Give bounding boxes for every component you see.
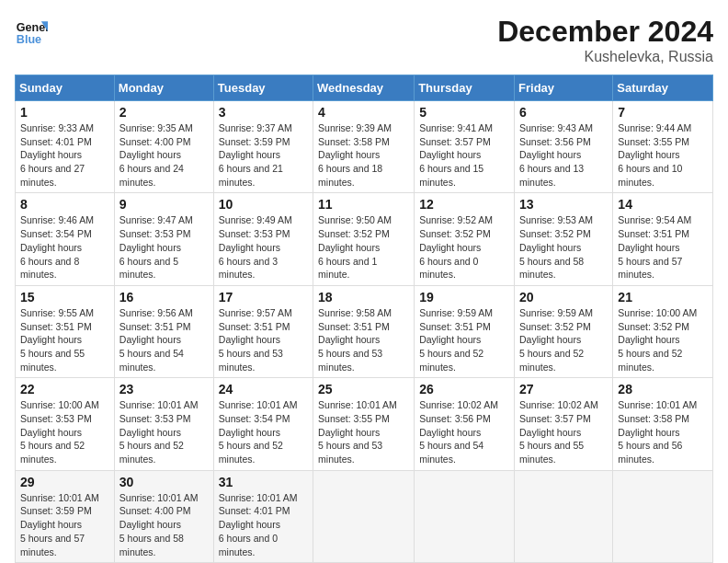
day-number: 25 <box>318 382 409 396</box>
table-row: 3 Sunrise: 9:37 AM Sunset: 3:59 PM Dayli… <box>213 101 313 193</box>
table-row <box>515 470 613 562</box>
table-row: 2 Sunrise: 9:35 AM Sunset: 4:00 PM Dayli… <box>114 101 213 193</box>
table-row: 7 Sunrise: 9:44 AM Sunset: 3:55 PM Dayli… <box>613 101 713 193</box>
day-number: 1 <box>20 105 109 120</box>
day-number: 12 <box>419 197 509 212</box>
month-year: December 2024 <box>497 15 713 49</box>
col-friday: Friday <box>515 75 613 101</box>
calendar-week-row: 15 Sunrise: 9:55 AM Sunset: 3:51 PM Dayl… <box>16 285 713 377</box>
day-number: 7 <box>618 105 708 120</box>
day-number: 29 <box>20 475 109 489</box>
table-row: 21 Sunrise: 10:00 AM Sunset: 3:52 PM Day… <box>613 285 713 377</box>
table-row: 17 Sunrise: 9:57 AM Sunset: 3:51 PM Dayl… <box>213 285 313 377</box>
day-number: 27 <box>519 382 608 396</box>
location: Kushelevka, Russia <box>497 49 713 65</box>
table-row: 9 Sunrise: 9:47 AM Sunset: 3:53 PM Dayli… <box>114 193 213 285</box>
day-number: 24 <box>219 382 308 396</box>
table-row: 27 Sunrise: 10:02 AM Sunset: 3:57 PM Day… <box>515 378 613 470</box>
day-info: Sunrise: 9:57 AM Sunset: 3:51 PM Dayligh… <box>219 306 308 373</box>
table-row: 5 Sunrise: 9:41 AM Sunset: 3:57 PM Dayli… <box>415 101 515 193</box>
day-info: Sunrise: 9:58 AM Sunset: 3:51 PM Dayligh… <box>318 306 409 373</box>
table-row: 30 Sunrise: 10:01 AM Sunset: 4:00 PM Day… <box>114 470 213 562</box>
day-info: Sunrise: 9:56 AM Sunset: 3:51 PM Dayligh… <box>119 306 209 373</box>
table-row: 6 Sunrise: 9:43 AM Sunset: 3:56 PM Dayli… <box>515 101 613 193</box>
day-info: Sunrise: 10:00 AM Sunset: 3:53 PM Daylig… <box>20 398 109 465</box>
day-number: 17 <box>219 290 308 304</box>
table-row: 18 Sunrise: 9:58 AM Sunset: 3:51 PM Dayl… <box>313 285 415 377</box>
col-wednesday: Wednesday <box>313 75 415 101</box>
day-info: Sunrise: 9:49 AM Sunset: 3:53 PM Dayligh… <box>219 213 308 281</box>
calendar-week-row: 29 Sunrise: 10:01 AM Sunset: 3:59 PM Day… <box>16 470 713 562</box>
day-info: Sunrise: 9:33 AM Sunset: 4:01 PM Dayligh… <box>20 121 109 189</box>
day-info: Sunrise: 10:01 AM Sunset: 3:58 PM Daylig… <box>618 398 708 465</box>
day-number: 9 <box>119 197 209 212</box>
day-number: 19 <box>419 290 509 304</box>
table-row: 29 Sunrise: 10:01 AM Sunset: 3:59 PM Day… <box>16 470 115 562</box>
day-info: Sunrise: 9:52 AM Sunset: 3:52 PM Dayligh… <box>419 213 509 281</box>
table-row: 23 Sunrise: 10:01 AM Sunset: 3:53 PM Day… <box>114 378 213 470</box>
col-saturday: Saturday <box>613 75 713 101</box>
table-row: 1 Sunrise: 9:33 AM Sunset: 4:01 PM Dayli… <box>16 101 115 193</box>
table-row <box>613 470 713 562</box>
day-number: 5 <box>419 105 509 120</box>
day-number: 28 <box>618 382 708 396</box>
day-info: Sunrise: 10:00 AM Sunset: 3:52 PM Daylig… <box>618 306 708 373</box>
table-row: 15 Sunrise: 9:55 AM Sunset: 3:51 PM Dayl… <box>16 285 115 377</box>
calendar-week-row: 22 Sunrise: 10:00 AM Sunset: 3:53 PM Day… <box>16 378 713 470</box>
day-info: Sunrise: 9:59 AM Sunset: 3:51 PM Dayligh… <box>419 306 509 373</box>
table-row: 11 Sunrise: 9:50 AM Sunset: 3:52 PM Dayl… <box>313 193 415 285</box>
day-number: 16 <box>119 290 209 304</box>
day-info: Sunrise: 9:59 AM Sunset: 3:52 PM Dayligh… <box>519 306 608 373</box>
col-monday: Monday <box>114 75 213 101</box>
table-row: 10 Sunrise: 9:49 AM Sunset: 3:53 PM Dayl… <box>213 193 313 285</box>
day-number: 2 <box>119 105 209 120</box>
table-row: 12 Sunrise: 9:52 AM Sunset: 3:52 PM Dayl… <box>415 193 515 285</box>
day-number: 26 <box>419 382 509 396</box>
day-info: Sunrise: 9:44 AM Sunset: 3:55 PM Dayligh… <box>618 121 708 189</box>
header: General Blue December 2024 Kushelevka, R… <box>15 15 713 65</box>
calendar-header-row: Sunday Monday Tuesday Wednesday Thursday… <box>16 75 713 101</box>
day-info: Sunrise: 10:01 AM Sunset: 3:53 PM Daylig… <box>119 398 209 465</box>
day-number: 30 <box>119 475 209 489</box>
table-row: 20 Sunrise: 9:59 AM Sunset: 3:52 PM Dayl… <box>515 285 613 377</box>
day-info: Sunrise: 10:01 AM Sunset: 4:01 PM Daylig… <box>219 491 308 558</box>
calendar-table: Sunday Monday Tuesday Wednesday Thursday… <box>15 75 713 563</box>
table-row: 26 Sunrise: 10:02 AM Sunset: 3:56 PM Day… <box>415 378 515 470</box>
table-row: 31 Sunrise: 10:01 AM Sunset: 4:01 PM Day… <box>213 470 313 562</box>
day-info: Sunrise: 9:46 AM Sunset: 3:54 PM Dayligh… <box>20 213 109 281</box>
day-info: Sunrise: 10:02 AM Sunset: 3:56 PM Daylig… <box>419 398 509 465</box>
logo: General Blue <box>15 15 48 48</box>
day-number: 20 <box>519 290 608 304</box>
day-info: Sunrise: 10:01 AM Sunset: 3:55 PM Daylig… <box>318 398 409 465</box>
day-number: 15 <box>20 290 109 304</box>
day-number: 21 <box>618 290 708 304</box>
day-info: Sunrise: 9:47 AM Sunset: 3:53 PM Dayligh… <box>119 213 209 281</box>
day-info: Sunrise: 10:01 AM Sunset: 3:59 PM Daylig… <box>20 491 109 558</box>
table-row: 28 Sunrise: 10:01 AM Sunset: 3:58 PM Day… <box>613 378 713 470</box>
table-row: 22 Sunrise: 10:00 AM Sunset: 3:53 PM Day… <box>16 378 115 470</box>
table-row: 19 Sunrise: 9:59 AM Sunset: 3:51 PM Dayl… <box>415 285 515 377</box>
day-number: 31 <box>219 475 308 489</box>
day-info: Sunrise: 9:37 AM Sunset: 3:59 PM Dayligh… <box>219 121 308 189</box>
day-number: 13 <box>519 197 608 212</box>
day-info: Sunrise: 9:54 AM Sunset: 3:51 PM Dayligh… <box>618 213 708 281</box>
col-sunday: Sunday <box>16 75 115 101</box>
table-row: 25 Sunrise: 10:01 AM Sunset: 3:55 PM Day… <box>313 378 415 470</box>
day-number: 3 <box>219 105 308 120</box>
day-number: 22 <box>20 382 109 396</box>
table-row: 24 Sunrise: 10:01 AM Sunset: 3:54 PM Day… <box>213 378 313 470</box>
day-number: 4 <box>318 105 409 120</box>
calendar-week-row: 1 Sunrise: 9:33 AM Sunset: 4:01 PM Dayli… <box>16 101 713 193</box>
day-info: Sunrise: 10:01 AM Sunset: 4:00 PM Daylig… <box>119 491 209 558</box>
table-row <box>415 470 515 562</box>
day-info: Sunrise: 9:53 AM Sunset: 3:52 PM Dayligh… <box>519 213 608 281</box>
calendar-week-row: 8 Sunrise: 9:46 AM Sunset: 3:54 PM Dayli… <box>16 193 713 285</box>
day-number: 11 <box>318 197 409 212</box>
col-tuesday: Tuesday <box>213 75 313 101</box>
day-info: Sunrise: 9:43 AM Sunset: 3:56 PM Dayligh… <box>519 121 608 189</box>
day-number: 8 <box>20 197 109 212</box>
day-info: Sunrise: 9:55 AM Sunset: 3:51 PM Dayligh… <box>20 306 109 373</box>
day-info: Sunrise: 9:35 AM Sunset: 4:00 PM Dayligh… <box>119 121 209 189</box>
day-number: 18 <box>318 290 409 304</box>
day-info: Sunrise: 10:02 AM Sunset: 3:57 PM Daylig… <box>519 398 608 465</box>
